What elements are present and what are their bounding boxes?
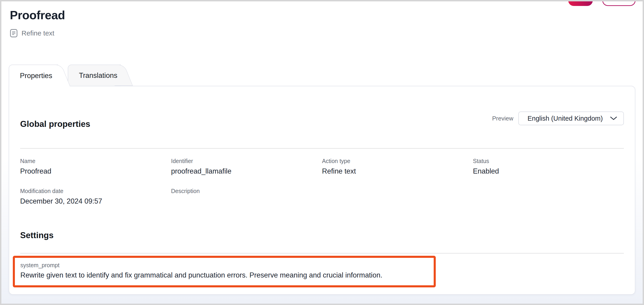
page-title: Proofread: [10, 8, 643, 22]
field-status-label: Status: [473, 158, 624, 164]
field-identifier-label: Identifier: [171, 158, 322, 164]
tab-bar: Properties Translations: [9, 65, 643, 86]
global-properties-heading: Global properties: [20, 119, 90, 129]
tab-translations[interactable]: Translations: [68, 65, 121, 86]
field-description-label: Description: [171, 188, 322, 194]
preview-row: Preview English (United Kingdom): [492, 112, 624, 125]
field-name: Name Proofread: [20, 158, 171, 176]
field-action-type-value: Refine text: [322, 167, 473, 176]
system-prompt-label: system_prompt: [20, 262, 427, 268]
document-icon: [10, 29, 18, 38]
tab-properties[interactable]: Properties: [9, 65, 58, 86]
field-action-type: Action type Refine text: [322, 158, 473, 176]
field-identifier: Identifier proofread_llamafile: [171, 158, 322, 176]
field-name-label: Name: [20, 158, 171, 164]
system-prompt-highlight-box: system_prompt Rewrite given text to iden…: [13, 256, 436, 287]
field-modification-date-label: Modification date: [20, 188, 171, 194]
field-status-value: Enabled: [473, 167, 624, 176]
language-select-value: English (United Kingdom): [528, 115, 603, 122]
field-description: Description: [171, 188, 322, 206]
field-description-value: [171, 197, 322, 206]
global-properties-grid: Name Proofread Identifier proofread_llam…: [20, 149, 624, 206]
language-select[interactable]: English (United Kingdom): [518, 112, 624, 125]
page-subtitle-row: Refine text: [10, 29, 643, 38]
field-action-type-label: Action type: [322, 158, 473, 164]
field-name-value: Proofread: [20, 167, 171, 176]
page-header: Proofread Refine text: [1, 1, 643, 65]
settings-heading: Settings: [20, 231, 624, 240]
field-modification-date: Modification date December 30, 2024 09:5…: [20, 188, 171, 206]
page: Proofread Refine text Properties Transla…: [0, 0, 644, 305]
secondary-action-button-cropped[interactable]: [602, 0, 636, 6]
field-identifier-value: proofread_llamafile: [171, 167, 322, 176]
tab-properties-label: Properties: [20, 72, 52, 80]
chevron-down-icon: [610, 115, 618, 122]
global-properties-header: Global properties Preview English (Unite…: [20, 86, 624, 149]
field-modification-date-value: December 30, 2024 09:57: [20, 197, 171, 206]
preview-label: Preview: [492, 115, 513, 122]
field-status: Status Enabled: [473, 158, 624, 176]
properties-panel: Global properties Preview English (Unite…: [9, 86, 635, 295]
system-prompt-value: Rewrite given text to identify and fix g…: [20, 271, 427, 279]
page-subtitle: Refine text: [22, 29, 54, 37]
primary-action-button-cropped[interactable]: [568, 0, 593, 6]
settings-divider: [20, 253, 624, 253]
tab-translations-label: Translations: [79, 72, 118, 80]
